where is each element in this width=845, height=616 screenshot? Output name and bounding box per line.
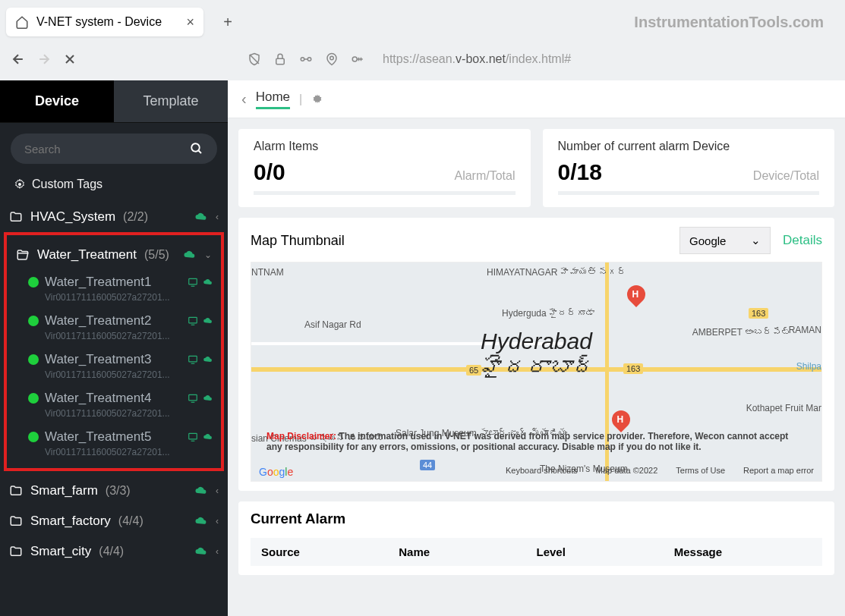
forward-button[interactable] — [36, 52, 52, 67]
screen-icon[interactable] — [188, 393, 198, 404]
screen-icon[interactable] — [188, 354, 198, 365]
gear-icon[interactable] — [311, 93, 323, 105]
tab-title: V-NET system - Device — [36, 15, 162, 29]
device-item[interactable]: Water_Treatment3Vir001171116005027a27201… — [7, 347, 221, 386]
chevron-left-icon: ‹ — [216, 212, 219, 222]
shield-icon[interactable] — [248, 52, 261, 66]
chevron-left-icon: ‹ — [216, 546, 219, 557]
sidebar: Device Template Custom Tags HVAC_System … — [0, 80, 228, 616]
breadcrumb: ‹ Home | — [228, 80, 845, 118]
search-input[interactable] — [11, 134, 217, 164]
cloud-icon[interactable] — [194, 545, 208, 559]
status-dot-online — [28, 432, 39, 442]
home-icon — [15, 15, 29, 29]
new-tab-button[interactable]: + — [219, 13, 237, 31]
sidebar-item-smart-farm[interactable]: Smart_farm (3/3) ‹ — [0, 476, 228, 506]
sidebar-item-smart-city[interactable]: Smart_city (4/4) ‹ — [0, 536, 228, 567]
folder-icon — [9, 545, 23, 558]
cloud-icon[interactable] — [194, 514, 208, 529]
sidebar-item-water-treatment[interactable]: Water_Treatment (5/5) ⌄ — [7, 240, 221, 270]
key-icon[interactable] — [351, 52, 364, 66]
map-provider-select[interactable]: Google ⌄ — [679, 227, 771, 254]
close-icon[interactable]: × — [186, 14, 194, 30]
status-dot-online — [28, 354, 39, 365]
status-dot-online — [28, 277, 39, 288]
chevron-left-icon: ‹ — [216, 516, 219, 526]
panel-title: Map Thumbnail — [251, 233, 345, 249]
sidebar-item-hvac[interactable]: HVAC_System (2/2) ‹ — [0, 202, 228, 232]
tab-device[interactable]: Device — [0, 80, 114, 122]
location-icon[interactable] — [325, 52, 339, 66]
google-logo: Google — [259, 466, 293, 478]
svg-point-1 — [301, 58, 304, 61]
status-dot-online — [28, 393, 39, 404]
card-alarm-items: Alarm Items 0/0Alarm/Total — [238, 129, 531, 207]
cloud-icon[interactable] — [203, 393, 213, 404]
svg-rect-9 — [189, 356, 197, 362]
svg-point-6 — [18, 183, 21, 186]
folder-icon — [9, 210, 23, 224]
svg-rect-11 — [189, 433, 197, 439]
chevron-down-icon: ⌄ — [751, 234, 761, 247]
folder-open-icon — [16, 248, 30, 262]
map-center-label: Hyderabad హైదరాబాద్ — [480, 328, 594, 380]
custom-tags-button[interactable]: Custom Tags — [0, 174, 228, 202]
card-alarm-devices: Number of current alarm Device 0/18Devic… — [543, 129, 835, 207]
device-item[interactable]: Water_Treatment1Vir001171116005027a27201… — [7, 270, 221, 309]
lock-icon[interactable] — [273, 52, 287, 66]
map-panel: Map Thumbnail Google ⌄ Details 163 163 6… — [238, 218, 834, 491]
progress-bar — [254, 191, 516, 195]
svg-point-5 — [191, 143, 200, 152]
close-page-button[interactable] — [62, 52, 77, 67]
cloud-icon[interactable] — [203, 277, 213, 288]
svg-rect-10 — [189, 394, 197, 401]
screen-icon[interactable] — [188, 432, 198, 442]
device-item[interactable]: Water_Treatment2Vir001171116005027a27201… — [7, 309, 221, 347]
cloud-icon[interactable] — [183, 248, 197, 262]
device-item[interactable]: Water_Treatment5Vir001171116005027a27201… — [7, 425, 221, 464]
cloud-icon[interactable] — [203, 354, 213, 365]
back-button[interactable] — [11, 52, 26, 67]
url-bar[interactable]: https://asean.v-box.net/index.html# — [383, 52, 571, 66]
svg-rect-8 — [189, 317, 197, 323]
screen-icon[interactable] — [188, 316, 198, 326]
breadcrumb-home[interactable]: Home — [256, 90, 290, 109]
svg-point-3 — [330, 56, 334, 60]
details-link[interactable]: Details — [783, 233, 822, 248]
map-footer: Google Keyboard shortcuts Map data ©2022… — [259, 466, 814, 478]
map-disclaimer: Map Disclaimer: The information used in … — [266, 431, 806, 452]
tab-template[interactable]: Template — [114, 80, 228, 122]
svg-point-2 — [307, 58, 311, 61]
cloud-icon[interactable] — [194, 210, 208, 225]
map[interactable]: 163 163 65 44 HIMAYATNAGAR హిమాయత్ నగర్ … — [251, 262, 822, 482]
table-header: Source Name Level Message — [251, 538, 822, 566]
chevron-down-icon: ⌄ — [204, 250, 212, 260]
current-alarm-panel: Current Alarm Source Name Level Message — [238, 501, 834, 575]
svg-point-4 — [352, 57, 357, 61]
browser-tab[interactable]: V-NET system - Device × — [6, 8, 203, 36]
cloud-icon[interactable] — [194, 484, 208, 498]
status-dot-online — [28, 316, 39, 326]
chevron-left-icon: ‹ — [216, 486, 219, 496]
search-icon — [190, 142, 203, 156]
switch-icon[interactable] — [299, 52, 313, 66]
back-icon[interactable]: ‹ — [241, 90, 247, 108]
cloud-icon[interactable] — [203, 316, 213, 326]
svg-rect-7 — [189, 278, 197, 284]
panel-title: Current Alarm — [251, 511, 822, 527]
highlighted-group: Water_Treatment (5/5) ⌄ Water_Treatment1… — [4, 232, 224, 471]
device-item[interactable]: Water_Treatment4Vir001171116005027a27201… — [7, 386, 221, 425]
folder-icon — [9, 514, 23, 528]
sidebar-item-smart-factory[interactable]: Smart_factory (4/4) ‹ — [0, 506, 228, 536]
folder-icon — [9, 484, 23, 498]
screen-icon[interactable] — [188, 277, 198, 288]
svg-rect-0 — [276, 58, 285, 64]
gear-icon — [14, 178, 26, 190]
cloud-icon[interactable] — [203, 432, 213, 442]
watermark: InstrumentationTools.com — [634, 14, 824, 31]
progress-bar — [558, 191, 820, 195]
